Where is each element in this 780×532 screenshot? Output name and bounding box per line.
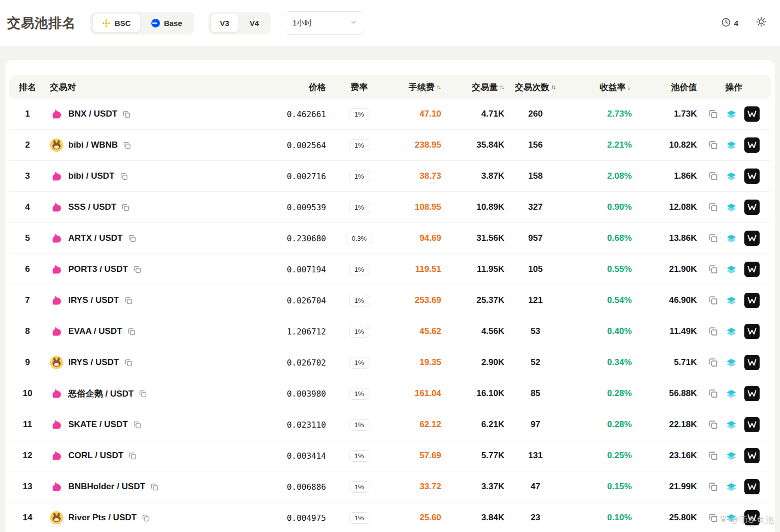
scanner-logo-icon[interactable]	[744, 293, 760, 308]
pair-cell: SKATE / USDT	[46, 418, 239, 431]
chain-option-bsc[interactable]: BSC	[92, 14, 141, 33]
dex-tool-icon[interactable]	[725, 139, 738, 152]
copy-address-icon[interactable]	[708, 388, 718, 399]
scanner-logo-icon[interactable]	[744, 386, 760, 401]
scanner-logo-icon[interactable]	[744, 510, 760, 525]
copy-pair-icon[interactable]	[150, 483, 159, 491]
pair-name[interactable]: IRYS / USDT	[68, 357, 119, 368]
pool-value-cell: 1.73K	[632, 109, 697, 119]
dex-tool-icon[interactable]	[725, 481, 738, 493]
scanner-logo-icon[interactable]	[744, 355, 760, 370]
dex-tool-icon[interactable]	[725, 356, 738, 369]
dex-token-icon	[50, 232, 63, 245]
copy-pair-icon[interactable]	[128, 452, 137, 460]
theme-toggle-button[interactable]	[756, 16, 767, 30]
bnb-icon	[102, 19, 111, 27]
column-price: 价格	[239, 81, 326, 93]
copy-pair-icon[interactable]	[142, 514, 150, 522]
scanner-logo-icon[interactable]	[744, 200, 760, 215]
price-cell: 0.230680	[239, 234, 326, 243]
pair-name[interactable]: PORT3 / USDT	[68, 264, 128, 274]
column-yield[interactable]: 收益率 ↓	[567, 81, 632, 93]
scanner-logo-icon[interactable]	[744, 231, 760, 246]
scanner-logo-icon[interactable]	[744, 479, 760, 494]
pair-name[interactable]: SSS / USDT	[68, 202, 116, 212]
copy-pair-icon[interactable]	[121, 203, 130, 212]
pool-value-cell: 13.86K	[632, 233, 697, 243]
volume-cell: 25.37K	[441, 295, 504, 305]
copy-address-icon[interactable]	[708, 482, 718, 492]
pair-name[interactable]: EVAA / USDT	[68, 326, 122, 337]
fee-rate-cell: 1%	[326, 512, 392, 524]
fee-rate-badge: 1%	[349, 108, 370, 120]
dex-tool-icon[interactable]	[725, 108, 738, 121]
version-option-v4[interactable]: V4	[240, 14, 268, 33]
dex-tool-icon[interactable]	[725, 170, 738, 183]
rank-cell: 9	[9, 357, 46, 368]
dex-tool-icon[interactable]	[725, 263, 738, 276]
dex-tool-icon[interactable]	[725, 325, 738, 338]
copy-pair-icon[interactable]	[124, 296, 133, 305]
scanner-logo-icon[interactable]	[744, 448, 760, 463]
copy-address-icon[interactable]	[708, 451, 718, 461]
pair-name[interactable]: BNBHolder / USDT	[68, 482, 145, 492]
copy-pair-icon[interactable]	[122, 110, 131, 119]
copy-pair-icon[interactable]	[127, 327, 136, 336]
pair-name[interactable]: ARTX / USDT	[68, 233, 123, 243]
pair-cell: SSS / USDT	[46, 201, 239, 214]
copy-address-icon[interactable]	[708, 233, 718, 243]
copy-address-icon[interactable]	[708, 295, 718, 305]
price-cell: 0.004975	[239, 513, 326, 523]
dex-tool-icon[interactable]	[725, 450, 738, 462]
scanner-logo-icon[interactable]	[744, 417, 760, 432]
copy-address-icon[interactable]	[708, 264, 718, 274]
dex-tool-icon[interactable]	[725, 294, 738, 307]
pair-name[interactable]: bibi / WBNB	[68, 140, 118, 150]
copy-address-icon[interactable]	[708, 513, 718, 523]
dex-tool-icon[interactable]	[725, 418, 738, 431]
copy-pair-icon[interactable]	[133, 421, 142, 429]
price-cell: 0.462661	[239, 109, 326, 119]
dex-tool-icon[interactable]	[725, 387, 738, 400]
pair-name[interactable]: SKATE / USDT	[68, 419, 128, 430]
copy-address-icon[interactable]	[708, 357, 718, 368]
copy-address-icon[interactable]	[708, 419, 718, 430]
pair-name[interactable]: River Pts / USDT	[68, 513, 137, 523]
pair-name[interactable]: bibi / USDT	[68, 171, 115, 181]
version-option-v3[interactable]: V3	[210, 14, 239, 33]
scanner-logo-icon[interactable]	[744, 262, 760, 277]
copy-pair-icon[interactable]	[123, 141, 131, 150]
copy-pair-icon[interactable]	[139, 389, 147, 398]
volume-cell: 31.56K	[441, 233, 504, 243]
column-trades[interactable]: 交易次数 ↑↓	[504, 81, 567, 93]
copy-pair-icon[interactable]	[133, 265, 142, 274]
time-range-select[interactable]: 1小时	[285, 11, 365, 35]
scanner-logo-icon[interactable]	[744, 106, 760, 122]
pool-value-cell: 22.18K	[632, 419, 697, 430]
pair-name[interactable]: 恶俗企鹅 / USDT	[68, 388, 133, 400]
scanner-logo-icon[interactable]	[744, 324, 760, 339]
copy-pair-icon[interactable]	[124, 358, 133, 367]
copy-address-icon[interactable]	[708, 326, 718, 337]
pair-cell: 恶俗企鹅 / USDT	[46, 387, 239, 400]
copy-address-icon[interactable]	[708, 140, 718, 150]
dex-tool-icon[interactable]	[725, 232, 738, 245]
copy-pair-icon[interactable]	[120, 172, 128, 181]
pair-name[interactable]: CORL / USDT	[68, 451, 123, 461]
scanner-logo-icon[interactable]	[744, 137, 760, 153]
actions-cell	[697, 324, 771, 339]
pair-cell: IRYS / USDT	[46, 294, 239, 307]
dex-tool-icon[interactable]	[725, 512, 738, 524]
chain-option-base[interactable]: Base	[142, 14, 192, 33]
column-fees[interactable]: 手续费 ↑↓	[392, 81, 441, 93]
scanner-logo-icon[interactable]	[744, 169, 760, 184]
copy-pair-icon[interactable]	[128, 234, 137, 243]
history-button[interactable]: 4	[721, 17, 738, 29]
copy-address-icon[interactable]	[708, 202, 718, 212]
copy-address-icon[interactable]	[708, 109, 718, 119]
dex-tool-icon[interactable]	[725, 201, 738, 214]
pair-name[interactable]: BNX / USDT	[68, 109, 117, 119]
column-volume[interactable]: 交易量 ↑↓	[441, 81, 504, 93]
pair-name[interactable]: IRYS / USDT	[68, 295, 119, 305]
copy-address-icon[interactable]	[708, 171, 718, 181]
